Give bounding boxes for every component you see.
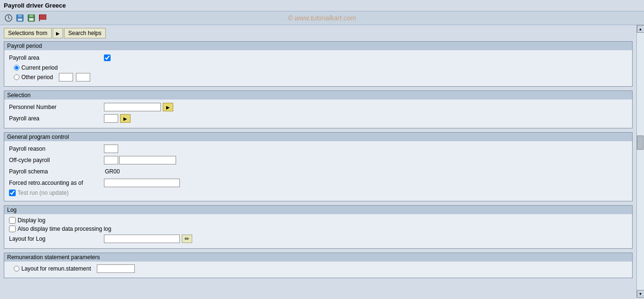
layout-remun-row: Layout for remun.statement xyxy=(9,264,627,273)
general-program-header: General program control xyxy=(4,133,632,141)
log-section: Log Display log Also display time data p… xyxy=(4,205,633,249)
remuneration-header: Remuneration statement parameters xyxy=(4,253,632,262)
scroll-up-button[interactable]: ▲ xyxy=(637,25,644,33)
selections-from-button[interactable]: Selections from xyxy=(4,28,52,38)
search-helps-button[interactable]: Search helps xyxy=(64,28,106,38)
forced-retro-label: Forced retro.accounting as of xyxy=(9,180,104,186)
scrollbar[interactable]: ▲ ▼ xyxy=(636,25,644,298)
payroll-area-checkbox[interactable] xyxy=(104,54,111,61)
svg-rect-4 xyxy=(18,15,22,17)
test-run-checkbox[interactable] xyxy=(9,190,16,196)
other-period-input1[interactable] xyxy=(59,73,73,82)
watermark: © www.tutorialkart.com xyxy=(288,14,356,22)
payroll-area-nav-button[interactable]: ▶ xyxy=(120,114,131,123)
general-program-body: Payroll reason Off-cycle payroll Payroll… xyxy=(4,141,632,201)
flag-icon[interactable] xyxy=(38,13,47,23)
personnel-nav-button[interactable]: ▶ xyxy=(163,103,173,111)
arrow-right-icon: ▶ xyxy=(53,28,63,38)
app-title: Payroll driver Greece xyxy=(4,2,66,9)
button-row: Selections from ▶ Search helps xyxy=(4,28,633,38)
also-display-log-label: Also display time data processing log xyxy=(18,226,111,232)
general-program-section: General program control Payroll reason O… xyxy=(4,132,633,201)
payroll-schema-value: GR00 xyxy=(104,168,121,175)
main-container: Selections from ▶ Search helps Payroll p… xyxy=(0,25,644,298)
selection-section: Selection Personnel Number ▶ Payroll are… xyxy=(4,91,633,128)
selection-header: Selection xyxy=(4,91,632,100)
svg-line-2 xyxy=(9,18,10,19)
layout-log-input[interactable] xyxy=(104,235,180,243)
svg-rect-7 xyxy=(29,15,33,17)
clock-icon[interactable] xyxy=(4,13,13,23)
svg-rect-5 xyxy=(18,18,22,21)
layout-remun-label: Layout for remun.statement xyxy=(21,265,91,272)
off-cycle-label: Off-cycle payroll xyxy=(9,157,104,163)
display-log-checkbox[interactable] xyxy=(9,217,16,224)
personnel-number-label: Personnel Number xyxy=(9,104,104,110)
personnel-number-row: Personnel Number ▶ xyxy=(9,102,627,112)
content-area[interactable]: Selections from ▶ Search helps Payroll p… xyxy=(0,25,636,298)
layout-log-row: Layout for Log ✏ xyxy=(9,234,627,244)
selection-payroll-area-input[interactable] xyxy=(104,114,118,123)
svg-rect-8 xyxy=(29,18,34,21)
payroll-reason-row: Payroll reason xyxy=(9,144,627,154)
payroll-period-header: Payroll period xyxy=(4,42,632,50)
title-bar: Payroll driver Greece xyxy=(0,0,644,11)
scroll-track[interactable] xyxy=(637,33,644,290)
other-period-row: Other period xyxy=(9,73,627,82)
payroll-schema-label: Payroll schema xyxy=(9,168,104,175)
payroll-period-section: Payroll period Payroll area Current peri… xyxy=(4,41,633,87)
current-period-row: Current period xyxy=(9,64,627,71)
log-header: Log xyxy=(4,206,632,214)
toolbar: © www.tutorialkart.com xyxy=(0,11,644,25)
current-period-radio[interactable] xyxy=(14,65,19,71)
selection-payroll-area-label: Payroll area xyxy=(9,115,104,122)
remuneration-body: Layout for remun.statement xyxy=(4,262,632,278)
save-icon[interactable] xyxy=(15,13,25,23)
other-period-radio[interactable] xyxy=(14,74,19,80)
layout-log-pencil-button[interactable]: ✏ xyxy=(182,235,192,243)
payroll-area-row: Payroll area xyxy=(9,53,627,63)
off-cycle-input1[interactable] xyxy=(104,156,118,164)
payroll-reason-input[interactable] xyxy=(104,145,118,153)
layout-log-label: Layout for Log xyxy=(9,236,104,242)
payroll-period-body: Payroll area Current period Other period xyxy=(4,50,632,86)
disk-icon[interactable] xyxy=(27,13,36,23)
forced-retro-row: Forced retro.accounting as of xyxy=(9,178,627,188)
svg-rect-9 xyxy=(39,15,46,19)
forced-retro-input[interactable] xyxy=(104,179,180,187)
personnel-number-input[interactable] xyxy=(104,103,161,111)
display-log-label: Display log xyxy=(18,217,46,224)
scroll-down-button[interactable]: ▼ xyxy=(637,290,644,298)
payroll-schema-row: Payroll schema GR00 xyxy=(9,167,627,176)
test-run-row: Test run (no update) xyxy=(9,190,627,196)
off-cycle-input2[interactable] xyxy=(119,156,176,164)
log-body: Display log Also display time data proce… xyxy=(4,214,632,248)
also-display-log-checkbox[interactable] xyxy=(9,226,16,232)
other-period-input2[interactable] xyxy=(76,73,90,82)
off-cycle-row: Off-cycle payroll xyxy=(9,155,627,165)
current-period-label: Current period xyxy=(21,64,58,71)
remuneration-section: Remuneration statement parameters Layout… xyxy=(4,253,633,278)
layout-remun-input[interactable] xyxy=(97,264,135,273)
payroll-area-label: Payroll area xyxy=(9,54,104,61)
test-run-label: Test run (no update) xyxy=(18,190,68,196)
display-log-row: Display log xyxy=(9,217,627,224)
payroll-reason-label: Payroll reason xyxy=(9,145,104,152)
selection-payroll-area-row: Payroll area ▶ xyxy=(9,114,627,123)
layout-remun-radio[interactable] xyxy=(14,266,19,272)
scroll-thumb[interactable] xyxy=(637,136,644,150)
selection-body: Personnel Number ▶ Payroll area ▶ xyxy=(4,100,632,128)
other-period-label: Other period xyxy=(21,74,53,81)
also-display-log-row: Also display time data processing log xyxy=(9,226,627,232)
